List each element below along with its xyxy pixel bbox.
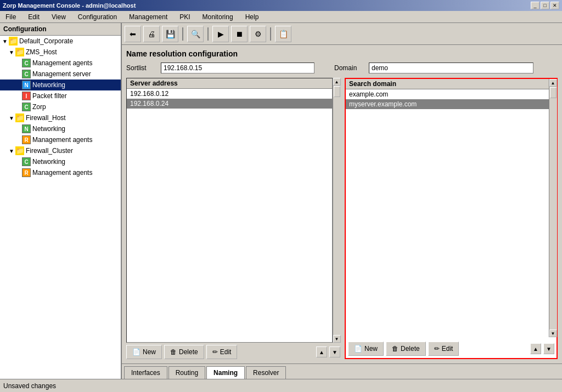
toolbar: ⬅ 🖨 💾 🔍 ▶ ⏹ ⚙ 📋 [122, 23, 562, 45]
toolbar-save-button[interactable]: 💾 [162, 26, 178, 42]
sidebar-item-management-agents3[interactable]: R Management agents [0, 167, 121, 178]
domain-list-scrollbar[interactable]: ▲ ▼ [549, 79, 557, 337]
domain-input[interactable] [369, 63, 533, 73]
server-address-listbox: Server address 192.168.0.12 192.168.0.24 [126, 78, 333, 343]
menu-help[interactable]: Help [242, 12, 262, 22]
toolbar-separator [182, 27, 183, 41]
menu-configuration[interactable]: Configuration [75, 12, 120, 22]
domain-edit-button[interactable]: ✏ Edit [428, 342, 459, 356]
search-domain-listbox: Search domain example.com myserver.examp… [346, 79, 549, 337]
scroll-up-button[interactable]: ▲ [549, 79, 557, 87]
sidebar-item-default-corporate[interactable]: ▼ 📁 Default_Corporate [0, 36, 121, 47]
sidebar-item-label: Management agents [32, 136, 92, 144]
tab-resolver[interactable]: Resolver [246, 366, 286, 379]
scroll-thumb [550, 87, 557, 98]
search-domain-header: Search domain [346, 79, 549, 89]
toolbar-search-button[interactable]: 🔍 [187, 26, 204, 42]
sortlist-input[interactable] [161, 63, 314, 73]
server-up-button[interactable]: ▲ [316, 346, 327, 357]
new-icon: 📄 [132, 348, 140, 356]
minimize-button[interactable]: _ [531, 2, 539, 9]
r-icon: R [22, 135, 31, 144]
toolbar-export-button[interactable]: 📋 [275, 26, 291, 42]
domain-up-button[interactable]: ▲ [530, 343, 541, 354]
domain-list-with-scroll: Search domain example.com myserver.examp… [346, 79, 557, 337]
server-delete-button[interactable]: 🗑 Delete [164, 345, 204, 359]
menu-management[interactable]: Management [126, 12, 171, 22]
content-area: ⬅ 🖨 💾 🔍 ▶ ⏹ ⚙ 📋 Name resolution configur… [122, 23, 562, 379]
menu-view[interactable]: View [48, 12, 69, 22]
window-controls[interactable]: _ □ ✕ [531, 2, 559, 9]
close-button[interactable]: ✕ [550, 2, 559, 9]
domain-delete-button[interactable]: 🗑 Delete [386, 342, 426, 356]
toolbar-run-button[interactable]: ▶ [212, 26, 229, 42]
server-down-button[interactable]: ▼ [329, 346, 340, 357]
lists-container: Server address 192.168.0.12 192.168.0.24… [126, 78, 558, 359]
sidebar-item-firewall-host[interactable]: ▼ 📁 Firewall_Host [0, 112, 121, 123]
menu-edit[interactable]: Edit [25, 12, 43, 22]
m-icon: N [22, 81, 31, 89]
toolbar-stop-button[interactable]: ⏹ [231, 26, 248, 42]
sidebar-item-management-agents2[interactable]: R Management agents [0, 134, 121, 145]
toolbar-save-host-button[interactable]: 🖨 [143, 26, 160, 42]
edit-icon: ✏ [434, 345, 440, 353]
server-new-button[interactable]: 📄 New [126, 345, 162, 359]
sidebar-header: Configuration [0, 23, 121, 36]
menu-file[interactable]: File [2, 12, 19, 22]
tab-interfaces[interactable]: Interfaces [124, 366, 167, 379]
toggle-icon: ▼ [9, 148, 14, 154]
server-list-scrollbar[interactable]: ▲ ▼ [333, 78, 340, 343]
c-icon: C [22, 59, 31, 67]
server-address-panel: Server address 192.168.0.12 192.168.0.24… [126, 78, 340, 359]
toolbar-separator3 [270, 27, 271, 41]
sidebar-item-firewall-cluster[interactable]: ▼ 📁 Firewall_Cluster [0, 145, 121, 156]
sidebar-item-networking[interactable]: N Networking [0, 79, 121, 90]
server-address-item[interactable]: 192.168.0.12 [127, 89, 332, 99]
sidebar-item-label: Management agents [32, 59, 92, 67]
sidebar-item-zms-host[interactable]: ▼ 📁 ZMS_Host [0, 47, 121, 58]
search-domain-item-selected[interactable]: myserver.example.com [346, 99, 549, 109]
sidebar-item-packet-filter[interactable]: I Packet filter [0, 90, 121, 101]
sidebar-item-label: Management agents [32, 169, 92, 177]
sidebar-item-management-agents[interactable]: C Management agents [0, 58, 121, 69]
status-text: Unsaved changes [3, 382, 56, 390]
menu-pki[interactable]: PKI [176, 12, 193, 22]
scroll-thumb-area [333, 86, 341, 335]
new-icon: 📄 [354, 345, 362, 353]
maximize-button[interactable]: □ [541, 2, 549, 9]
title-bar: Zorp Management Console - admin@localhos… [0, 0, 562, 11]
folder-icon: 📁 [15, 48, 24, 56]
server-address-item-selected[interactable]: 192.168.0.24 [127, 99, 332, 109]
domain-new-button[interactable]: 📄 New [348, 342, 384, 356]
window-title: Zorp Management Console - admin@localhos… [3, 2, 136, 9]
sidebar-item-zorp[interactable]: C Zorp [0, 101, 121, 112]
toolbar-separator2 [207, 27, 209, 41]
domain-buttons-row: 📄 New 🗑 Delete ✏ Edit ▲ ▼ [346, 339, 557, 358]
sidebar-item-label: Firewall_Cluster [26, 147, 73, 155]
search-domain-item[interactable]: example.com [346, 89, 549, 99]
toolbar-settings-button[interactable]: ⚙ [250, 26, 266, 42]
tab-naming[interactable]: Naming [206, 366, 245, 379]
edit-icon: ✏ [212, 348, 218, 356]
scroll-up-button[interactable]: ▲ [333, 78, 341, 86]
tab-routing[interactable]: Routing [168, 366, 205, 379]
c-icon: C [22, 157, 31, 166]
c-icon: N [22, 124, 31, 133]
sidebar-item-networking2[interactable]: N Networking [0, 123, 121, 134]
server-edit-button[interactable]: ✏ Edit [206, 345, 238, 359]
main-panel: Name resolution configuration Sortlist D… [122, 45, 562, 363]
toolbar-back-button[interactable]: ⬅ [125, 26, 141, 42]
sidebar-item-label: Default_Corporate [19, 37, 73, 45]
r-icon: R [22, 168, 31, 177]
sidebar-item-networking3[interactable]: C Networking [0, 156, 121, 167]
menu-bar: File Edit View Configuration Management … [0, 11, 562, 23]
scroll-down-button[interactable]: ▼ [549, 329, 557, 337]
scroll-down-button[interactable]: ▼ [333, 335, 341, 343]
toggle-icon: ▼ [9, 115, 14, 121]
sidebar-item-label: Networking [32, 125, 65, 133]
sidebar-item-label: ZMS_Host [26, 48, 57, 56]
status-bar: Unsaved changes [0, 379, 562, 392]
domain-down-button[interactable]: ▼ [543, 343, 554, 354]
menu-monitoring[interactable]: Monitoring [199, 12, 237, 22]
sidebar-item-management-server[interactable]: C Management server [0, 69, 121, 79]
